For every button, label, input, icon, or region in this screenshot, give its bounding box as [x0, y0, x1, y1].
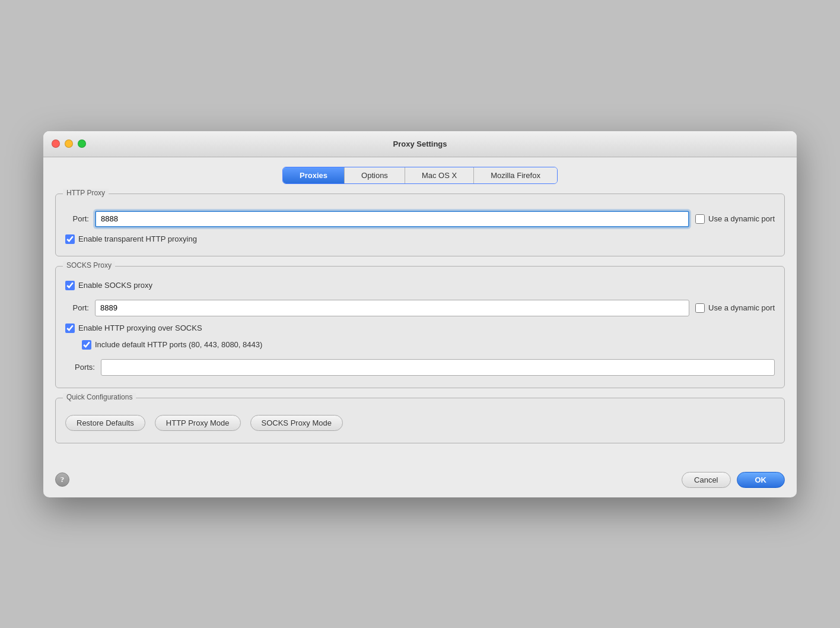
close-button[interactable]: [52, 139, 60, 148]
http-transparent-label: Enable transparent HTTP proxying: [78, 234, 197, 243]
socks-ports-row: Ports:: [65, 359, 775, 376]
http-dynamic-port-container: Use a dynamic port: [695, 214, 775, 224]
socks-dynamic-port-checkbox[interactable]: [695, 303, 705, 313]
help-button[interactable]: ?: [55, 472, 69, 487]
quick-config-section: Quick Configurations Restore Defaults HT…: [55, 398, 785, 443]
socks-enable-checkbox[interactable]: [65, 281, 75, 290]
socks-http-over-socks-checkbox[interactable]: [65, 323, 75, 333]
socks-http-over-socks-label: Enable HTTP proxying over SOCKS: [78, 323, 202, 332]
tab-options[interactable]: Options: [345, 167, 405, 183]
socks-default-ports-row: Include default HTTP ports (80, 443, 808…: [82, 340, 775, 350]
quick-buttons: Restore Defaults HTTP Proxy Mode SOCKS P…: [65, 415, 775, 431]
cancel-button[interactable]: Cancel: [682, 472, 730, 488]
socks-ports-label: Ports:: [65, 363, 95, 372]
proxy-settings-window: Proxy Settings Proxies Options Mac OS X …: [43, 131, 797, 497]
tabs-container: Proxies Options Mac OS X Mozilla Firefox: [55, 167, 785, 184]
window-title: Proxy Settings: [393, 139, 447, 148]
restore-defaults-button[interactable]: Restore Defaults: [65, 415, 145, 431]
tab-macosx[interactable]: Mac OS X: [405, 167, 474, 183]
tabs: Proxies Options Mac OS X Mozilla Firefox: [282, 167, 558, 184]
socks-ports-input[interactable]: [101, 359, 775, 376]
http-proxy-section: HTTP Proxy Port: Use a dynamic port Enab…: [55, 194, 785, 256]
http-dynamic-port-label: Use a dynamic port: [708, 214, 775, 223]
socks-port-label: Port:: [65, 303, 89, 312]
quick-config-title: Quick Configurations: [63, 393, 136, 401]
socks-proxy-title: SOCKS Proxy: [63, 261, 115, 269]
window-controls: [52, 139, 86, 148]
titlebar: Proxy Settings: [43, 131, 797, 157]
socks-enable-row: Enable SOCKS proxy: [65, 281, 775, 290]
socks-dynamic-port-label: Use a dynamic port: [708, 303, 775, 312]
http-proxy-mode-button[interactable]: HTTP Proxy Mode: [155, 415, 241, 431]
bottom-bar: ? Cancel OK: [43, 465, 797, 497]
http-port-input[interactable]: [95, 211, 689, 227]
minimize-button[interactable]: [65, 139, 73, 148]
socks-enable-label: Enable SOCKS proxy: [78, 281, 152, 290]
dialog-buttons: Cancel OK: [682, 472, 785, 488]
http-dynamic-port-checkbox[interactable]: [695, 214, 705, 224]
socks-port-row: Port: Use a dynamic port: [65, 300, 775, 316]
help-icon: ?: [61, 475, 65, 484]
socks-proxy-mode-button[interactable]: SOCKS Proxy Mode: [250, 415, 343, 431]
socks-default-ports-label: Include default HTTP ports (80, 443, 808…: [95, 340, 262, 349]
http-port-label: Port:: [65, 214, 89, 223]
http-transparent-row: Enable transparent HTTP proxying: [65, 234, 775, 244]
socks-proxy-section: SOCKS Proxy Enable SOCKS proxy Port: Use…: [55, 266, 785, 388]
window-content: Proxies Options Mac OS X Mozilla Firefox…: [43, 157, 797, 465]
tab-proxies[interactable]: Proxies: [283, 167, 345, 183]
socks-dynamic-port-container: Use a dynamic port: [695, 303, 775, 313]
socks-http-over-socks-row: Enable HTTP proxying over SOCKS: [65, 323, 775, 333]
http-port-row: Port: Use a dynamic port: [65, 211, 775, 227]
maximize-button[interactable]: [78, 139, 86, 148]
socks-default-ports-checkbox[interactable]: [82, 340, 91, 350]
http-transparent-checkbox[interactable]: [65, 234, 75, 244]
http-proxy-title: HTTP Proxy: [63, 189, 109, 197]
ok-button[interactable]: OK: [737, 472, 785, 488]
socks-port-input[interactable]: [95, 300, 689, 316]
tab-firefox[interactable]: Mozilla Firefox: [474, 167, 557, 183]
